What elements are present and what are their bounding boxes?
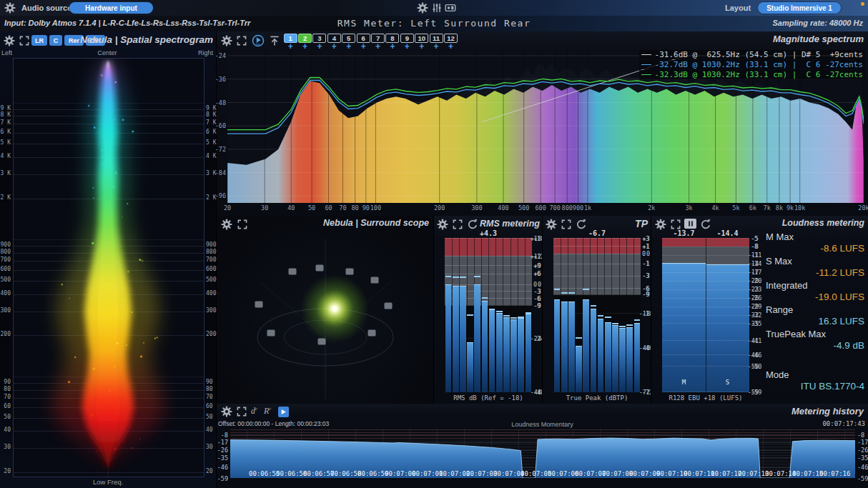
spectrogram-title: Nebula | Spatial spectrogram (80, 34, 213, 45)
channel-column: 12+ (443, 34, 458, 51)
layout-select-button[interactable]: Studio Immersive 1 (758, 2, 841, 14)
pause-icon (686, 219, 695, 228)
channel-column: 7+ (370, 34, 385, 51)
loudness-s-value: -14.4 (706, 229, 749, 237)
meter-peak-mark (591, 305, 597, 307)
loudness-scale-label: -20 (751, 278, 761, 284)
freq-tick-label: 700 (1, 257, 11, 263)
loudness-bar-label: M (662, 379, 706, 386)
loudness-scale-label: -23 (751, 287, 761, 292)
scope-gear-icon[interactable] (221, 219, 232, 230)
freq-tick-label: 300 (206, 308, 216, 314)
rms-expand-icon[interactable] (452, 219, 463, 230)
history-title: Metering history (791, 406, 864, 417)
loudness-plot: MS (662, 238, 749, 392)
loudness-readout: TruePeak Max-4.9 dB (766, 329, 866, 352)
freq-tick-label: 60 (206, 404, 213, 409)
spectrogram-freq-labels-left: 9 K8 K7 K6 K5 K4 K3 K2 K9008007006005004… (0, 58, 12, 476)
magnitude-expand-icon[interactable] (236, 35, 247, 46)
db-tick-label: -24 (215, 53, 226, 59)
sampling-rate-label: Sampling rate: 48000 Hz (772, 19, 863, 27)
meter-scale-label: +6 (533, 271, 541, 277)
magnitude-x-labels: 2030405060708090100200300400500600700800… (227, 204, 864, 212)
readout-text: -32.3dB @ 1030.2Hz (33.1 cm) | C 6 -27ce… (655, 70, 863, 79)
loudness-readout-label: M Max (766, 231, 866, 243)
history-scale-left: -8-17-26-35-46-59 (217, 429, 230, 478)
freq-tick-label: 40 (4, 427, 11, 433)
play-icon (280, 408, 287, 416)
meter-bar (496, 313, 503, 392)
history-scale-label: -17 (217, 439, 228, 445)
scope-expand-icon[interactable] (237, 219, 248, 230)
freq-tick-label: 500 (206, 277, 216, 283)
cursor-readout-row: -32.7dB @ 1030.2Hz (33.1 cm) | C 6 -27ce… (639, 60, 865, 69)
rms-reset-icon[interactable] (467, 219, 478, 230)
loudness-readout-value: -4.9 dB (766, 340, 866, 352)
pan-label-right: Right (198, 49, 213, 56)
loudness-readout-value: -11.2 LUFS (766, 267, 866, 279)
freq-axis-label: 4k (709, 205, 723, 211)
freq-tick-label: 90 (4, 379, 11, 385)
history-expand-icon[interactable] (236, 406, 247, 417)
tp-gear-icon[interactable] (546, 219, 557, 230)
loudness-expand-icon[interactable] (670, 219, 681, 230)
loudness-bar (662, 263, 706, 392)
peak-hold-icon[interactable] (269, 35, 280, 46)
svg-text:live: live (256, 42, 261, 46)
db-tick-label: -72 (215, 146, 226, 152)
rc-icon[interactable]: Rc (264, 406, 271, 417)
freq-tick-label: 3 K (1, 171, 11, 176)
history-plot[interactable]: 00:06:5500:06:5600:06:5700:06:5800:06:59… (230, 429, 855, 478)
meter-plot (553, 238, 641, 392)
audio-source-gear-icon[interactable] (4, 2, 16, 14)
loudness-readout-label: TruePeak Max (766, 329, 866, 340)
dc-icon[interactable]: dc (251, 406, 257, 417)
tp-expand-icon[interactable] (561, 219, 572, 230)
spectrogram-expand-icon[interactable] (19, 35, 30, 46)
db-tick-label: -96 (215, 193, 226, 199)
channel-config-icon[interactable] (431, 2, 443, 14)
history-play-button[interactable] (278, 407, 289, 417)
magnitude-gear-icon[interactable] (221, 35, 232, 46)
freq-tick-label: 600 (1, 267, 11, 272)
freq-tick-label: 500 (1, 277, 11, 283)
channel-column: 1+ (283, 34, 297, 51)
channel-column: 4+ (327, 34, 341, 51)
channel-column: 6+ (356, 34, 370, 51)
freq-tick-label: 900 (206, 242, 216, 248)
db-tick-label: -60 (215, 123, 226, 129)
history-gear-icon[interactable] (221, 406, 232, 417)
freq-tick-label: 2 K (1, 195, 11, 201)
history-scale-label: -35 (217, 455, 228, 461)
spectrogram-gear-icon[interactable] (4, 35, 15, 46)
loudness-readout-value: ITU BS.1770-4 (766, 381, 866, 392)
loudness-readout-label: S Max (766, 256, 866, 267)
io-routing-icon[interactable] (445, 2, 456, 14)
spectrogram-plot[interactable] (13, 58, 204, 477)
loudness-tick-line (662, 340, 749, 341)
history-scale-label: -17 (857, 439, 868, 445)
loudness-reset-icon[interactable] (700, 219, 711, 230)
loudness-pause-button[interactable] (684, 219, 696, 229)
spectrogram-c-button[interactable]: C (49, 35, 62, 46)
hardware-input-button[interactable]: Hardware input (69, 2, 153, 14)
tp-reset-icon[interactable] (576, 219, 587, 230)
meter-bar (554, 299, 561, 392)
freq-axis-label: 3k (682, 205, 696, 211)
audio-source-label: Audio source (21, 4, 71, 12)
meter-bar (460, 286, 466, 392)
meter-bar (511, 319, 517, 392)
settings-gear-icon[interactable] (417, 2, 428, 14)
pan-label-left: Left (1, 49, 12, 56)
live-play-icon[interactable]: live (252, 34, 265, 47)
rms-gear-icon[interactable] (437, 219, 448, 230)
surround-scope-panel: Nebula | Surround scope (217, 216, 433, 404)
loudness-gear-icon[interactable] (655, 219, 666, 230)
meter-bar (453, 286, 459, 392)
freq-tick-label: 80 (4, 387, 11, 392)
spectrogram-lr-button[interactable]: LR (31, 35, 47, 46)
freq-tick-label: 200 (206, 332, 216, 337)
meter-bar (568, 302, 575, 392)
freq-axis-label: 500 (517, 205, 531, 211)
meter-peak-mark (503, 315, 510, 317)
